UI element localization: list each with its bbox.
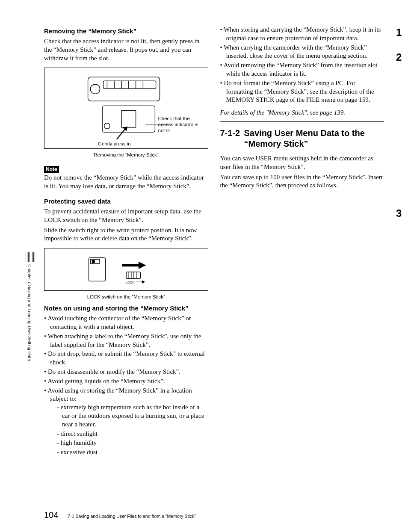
figure-remove-memory-stick: Check that the access indicator is not l… [44,68,208,149]
list-item: When carrying the camcorder with the “Me… [220,44,384,61]
list-item: Do not format the “Memory Stick” using a… [220,79,384,104]
note-badge: Note [44,166,59,173]
para-protect-2: Slide the switch right to the write prot… [44,226,208,243]
step-2: Turn the MENU knob until the USER FILE p… [396,53,408,203]
svg-rect-2 [103,81,156,89]
list-item: Avoid getting liquids on the “Memory Sti… [44,377,208,386]
list-item: When attaching a label to the “Memory St… [44,332,208,349]
svg-text:LOCK: LOCK [125,281,135,284]
heading-number: 7-1-2 [220,128,244,139]
figure-lock-switch: LOCK [44,248,208,291]
para-intro-1: You can save USER menu settings held in … [220,154,384,171]
step-1: Set the MENU ON/OFF switch to ON. The la… [396,26,408,47]
list-item: Avoid touching the connector of the “Mem… [44,314,208,331]
step-3: Turn the MENU knob to move the ➜ mark to… [396,209,408,330]
svg-point-11 [104,123,109,129]
heading-protecting: Protecting saved data [44,198,208,205]
page-number: 104 [44,510,58,520]
figure-caption-remove: Removing the “Memory Stick” [44,152,208,157]
para-removing: Check that the access indicator is not l… [44,37,208,62]
section-rule [220,121,384,122]
list-item: Do not disassemble or modify the “Memory… [44,368,208,376]
svg-point-1 [90,84,100,94]
notes-sublist: extremely high temperature such as the h… [57,403,208,457]
procedure-steps: Set the MENU ON/OFF switch to ON. The la… [396,26,408,330]
figure-label-gently-press: Gently press in [98,141,131,147]
svg-rect-15 [92,260,95,263]
list-item-label: Avoid using or storing the “Memory Stick… [47,387,192,402]
note-text: Do not remove the “Memory Stick” while t… [44,174,208,191]
notes-list: Avoid touching the connector of the “Mem… [44,314,208,457]
figure-label-access-indicator: Check that the access indicator is not l… [158,116,205,133]
svg-rect-14 [90,260,99,264]
svg-rect-9 [102,106,155,133]
para-intro-2: You can save up to 100 user files in the… [220,173,384,190]
para-protect-1: To prevent accidental erasure of importa… [44,207,208,225]
footer-section-title: 7-1 Saving and Loading User Files to and… [64,514,195,519]
right-top-bullets: When storing and carrying the “Memory St… [220,26,384,104]
svg-rect-16 [126,272,140,279]
list-item: When storing and carrying the “Memory St… [220,26,384,43]
list-item: extremely high temperature such as the h… [57,403,208,429]
list-item: Do not drop, bend, or submit the “Memory… [44,350,208,367]
heading-7-1-2: 7-1-2Saving User Menu Data to the “Memor… [220,128,384,149]
side-tab-chapter: Chapter 7 Saving and Loading User Settin… [27,264,32,361]
para-details-memory-stick: For details of the "Memory Stick", see p… [220,109,384,117]
illustration-lock-switch: LOCK [49,253,204,286]
figure-caption-lock: LOCK switch on the “Memory Stick” [44,294,208,299]
list-item: excessive dust [57,448,208,457]
svg-rect-10 [121,111,136,127]
list-item: direct sunlight [57,430,208,438]
list-item: Avoid removing the “Memory Stick” from t… [220,61,384,78]
svg-rect-13 [89,258,105,281]
page-footer: 104 7-1 Saving and Loading User Files to… [44,510,196,520]
list-item: high humidity [57,439,208,447]
side-tab-decoration [26,252,36,262]
heading-removing: Removing the “Memory Stick” [44,27,208,35]
heading-notes-using: Notes on using and storing the “Memory S… [44,304,208,312]
heading-title: Saving User Menu Data to the “Memory Sti… [244,128,365,148]
list-item: Avoid using or storing the “Memory Stick… [44,387,208,457]
